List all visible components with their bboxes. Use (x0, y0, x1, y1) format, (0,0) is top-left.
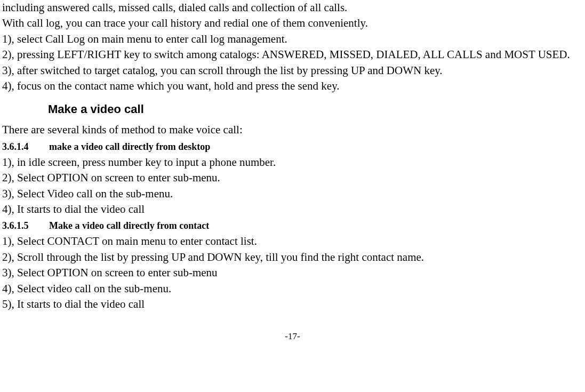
paragraph: 3), after switched to target catalog, yo… (2, 63, 583, 78)
paragraph: 5), It starts to dial the video call (2, 297, 583, 312)
paragraph: 1), select Call Log on main menu to ente… (2, 31, 583, 47)
paragraph: 1), in idle screen, press number key to … (2, 155, 583, 170)
paragraph: including answered calls, missed calls, … (2, 0, 583, 15)
paragraph: 3), Select Video call on the sub-menu. (2, 186, 583, 202)
subsection-title: make a video call directly from desktop (49, 141, 210, 152)
paragraph: 4), focus on the contact name which you … (2, 78, 583, 94)
subsection-title: Make a video call directly from contact (49, 220, 209, 231)
subsection-number: 3.6.1.5 (2, 219, 49, 233)
page-number: -17- (2, 330, 583, 343)
document-page: including answered calls, missed calls, … (0, 0, 585, 343)
paragraph: 1), Select CONTACT on main menu to enter… (2, 234, 583, 249)
paragraph: 2), Scroll through the list by pressing … (2, 250, 583, 265)
paragraph: There are several kinds of method to mak… (2, 122, 583, 138)
paragraph: 4), It starts to dial the video call (2, 202, 583, 217)
subsection-number: 3.6.1.4 (2, 140, 49, 154)
subsection-heading: 3.6.1.4make a video call directly from d… (2, 140, 583, 154)
paragraph: 2), pressing LEFT/RIGHT key to switch am… (2, 47, 583, 62)
paragraph: 2), Select OPTION on screen to enter sub… (2, 170, 583, 186)
section-heading: Make a video call (48, 101, 583, 118)
paragraph: 3), Select OPTION on screen to enter sub… (2, 265, 583, 281)
paragraph: With call log, you can trace your call h… (2, 15, 583, 31)
paragraph: 4), Select video call on the sub-menu. (2, 281, 583, 297)
subsection-heading: 3.6.1.5Make a video call directly from c… (2, 219, 583, 233)
